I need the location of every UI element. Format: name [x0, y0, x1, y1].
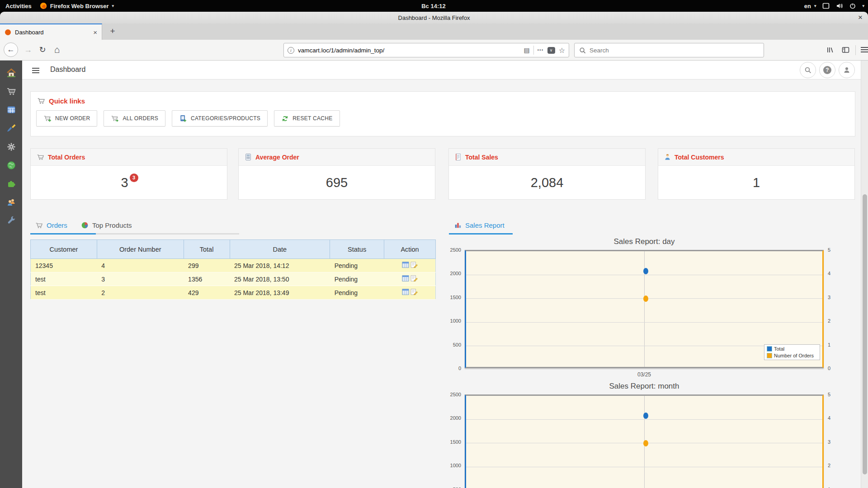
chevron-down-icon: ▾	[814, 4, 816, 8]
reader-mode-icon[interactable]: ▤	[524, 47, 529, 54]
right-axis-tick: 2	[828, 318, 848, 324]
cell-order-number: 4	[97, 259, 184, 272]
screen: Activities Firefox Web Browser ▾ Bc 14:1…	[0, 0, 868, 488]
search-bar[interactable]	[574, 43, 764, 57]
sidebar-item-localization[interactable]	[6, 160, 16, 170]
stat-card-average-order: Average Order 695	[238, 148, 435, 200]
action-edit-icon[interactable]	[410, 262, 418, 268]
url-text[interactable]: vamcart.loc/1/admin/admin_top/	[298, 47, 520, 54]
stat-value: 695	[326, 175, 348, 190]
pie-chart-icon	[81, 221, 89, 229]
volume-icon[interactable]	[836, 3, 843, 9]
search-icon	[579, 47, 586, 54]
cell-status: Pending	[330, 272, 384, 286]
action-view-icon[interactable]	[402, 262, 409, 268]
data-point-number-of-orders	[643, 296, 648, 302]
app-menu-label: Firefox Web Browser	[50, 3, 109, 9]
header-search-button[interactable]	[800, 62, 816, 78]
sidebar-toggle-icon[interactable]	[838, 42, 853, 57]
library-icon[interactable]	[823, 42, 837, 57]
right-axis-tick: 5	[828, 247, 848, 253]
tab-top-products[interactable]: Top Products	[81, 217, 132, 233]
legend-swatch	[767, 346, 772, 352]
action-view-icon[interactable]	[402, 289, 409, 295]
scrollbar-track[interactable]	[861, 61, 868, 488]
right-axis-tick: 2	[828, 463, 848, 468]
calculator-icon	[245, 153, 252, 161]
tab-title: Dashboard	[15, 29, 90, 36]
forward-button[interactable]: →	[21, 42, 35, 57]
display-icon[interactable]	[822, 3, 830, 9]
gridline-horizontal	[466, 322, 822, 323]
stat-title: Total Sales	[465, 154, 498, 161]
sidebar-item-settings[interactable]	[6, 142, 16, 152]
gnome-top-bar: Activities Firefox Web Browser ▾ Bc 14:1…	[0, 0, 868, 12]
table-header-cell[interactable]: Status	[330, 240, 384, 259]
scrollbar-thumb[interactable]	[863, 194, 867, 474]
cell-total: 1356	[184, 272, 230, 286]
left-axis-tick: 1500	[441, 439, 461, 445]
left-axis-tick: 2000	[441, 271, 461, 276]
clock[interactable]: Bc 14:12	[421, 0, 445, 12]
url-bar[interactable]: i vamcart.loc/1/admin/admin_top/ ▤ ••• ∨…	[283, 43, 569, 57]
firefox-app-menu[interactable]: Firefox Web Browser ▾	[40, 2, 114, 9]
search-input[interactable]	[590, 47, 759, 54]
tab-favicon	[5, 29, 11, 36]
button-label: ALL ORDERS	[123, 115, 158, 122]
stat-value: 1	[753, 175, 760, 190]
home-button[interactable]: ⌂	[50, 42, 64, 57]
inactive-tab-underline	[96, 233, 239, 235]
table-header-cell[interactable]: Customer	[31, 240, 97, 259]
tab-orders[interactable]: Orders	[35, 217, 67, 233]
header-user-button[interactable]	[839, 62, 855, 78]
page-actions-icon[interactable]: •••	[538, 48, 544, 52]
chevron-down-icon: ▾	[112, 4, 114, 8]
page-menu-button[interactable]	[32, 66, 39, 75]
reload-button[interactable]: ↻	[35, 42, 50, 57]
user-icon	[843, 66, 850, 74]
sidebar-item-home[interactable]	[6, 68, 16, 78]
gridline-horizontal	[466, 467, 822, 467]
stat-title: Average Order	[255, 154, 299, 161]
reset-cache-button[interactable]: RESET CACHE	[274, 110, 340, 127]
sidebar-item-customers[interactable]	[6, 197, 16, 207]
info-icon[interactable]: i	[288, 47, 294, 54]
pocket-icon[interactable]: ∨	[547, 47, 555, 54]
tab-sales-report[interactable]: Sales Report	[454, 217, 505, 233]
table-header-cell[interactable]: Total	[184, 240, 230, 259]
table-header-cell[interactable]: Date	[230, 240, 330, 259]
tab-label: Sales Report	[465, 221, 505, 229]
sidebar-item-catalog[interactable]	[6, 105, 16, 115]
table-header-cell[interactable]: Order Number	[97, 240, 184, 259]
all-orders-button[interactable]: ALL ORDERS	[104, 110, 165, 127]
sidebar-item-orders-cart[interactable]	[6, 86, 16, 96]
left-axis-tick: 500	[441, 487, 461, 488]
right-axis-tick: 1	[828, 487, 848, 488]
chevron-down-icon[interactable]: ▾	[862, 4, 864, 8]
language-indicator[interactable]: en▾	[804, 3, 816, 9]
chart-legend: Total Number of Orders	[764, 344, 820, 360]
new-order-button[interactable]: NEW ORDER	[36, 110, 97, 127]
table-header-cell[interactable]: Action	[384, 240, 436, 259]
header-help-button[interactable]: ?	[819, 62, 835, 78]
sidebar-item-modules[interactable]	[6, 179, 16, 189]
sidebar-item-design[interactable]	[6, 123, 16, 133]
activities-button[interactable]: Activities	[5, 3, 32, 9]
action-view-icon[interactable]	[402, 275, 409, 282]
new-tab-button[interactable]: +	[106, 25, 119, 38]
tab-dashboard[interactable]: Dashboard ×	[0, 23, 102, 40]
sidebar-item-tools[interactable]	[6, 216, 16, 226]
tab-close-icon[interactable]: ×	[93, 28, 97, 36]
table-header-row: Customer Order Number Total Date Status …	[31, 240, 436, 259]
power-icon[interactable]	[849, 3, 856, 9]
categories-products-button[interactable]: CATEGORIES/PRODUCTS	[172, 110, 268, 127]
action-edit-icon[interactable]	[410, 289, 418, 295]
window-title-bar[interactable]: Dashboard - Mozilla Firefox ×	[0, 12, 868, 23]
stat-card-total-sales: Total Sales 2,084	[448, 148, 646, 200]
bookmark-star-icon[interactable]: ☆	[559, 46, 565, 55]
legend-item-number-of-orders: Number of Orders	[767, 353, 817, 358]
back-button[interactable]: ←	[4, 42, 18, 57]
action-edit-icon[interactable]	[410, 275, 418, 282]
browser-menu-button[interactable]	[857, 42, 868, 57]
window-close-button[interactable]: ×	[858, 12, 863, 23]
